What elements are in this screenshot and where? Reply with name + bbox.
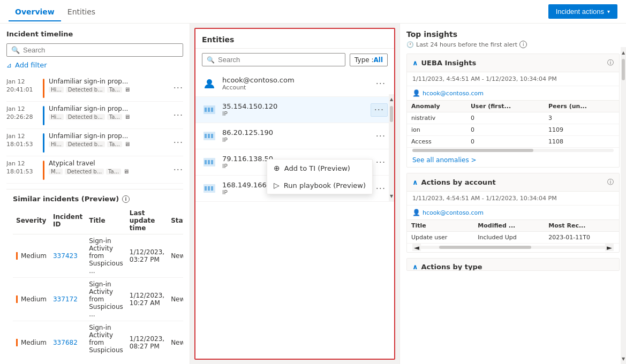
svg-rect-15: [208, 186, 210, 191]
table-row: Medium 337682 Sign-in Activity from Susp…: [13, 321, 183, 358]
title-cell: Sign-in Activity from Suspicious ...: [86, 278, 126, 321]
chevron-icon[interactable]: ∧: [412, 263, 418, 271]
info-icon[interactable]: i: [122, 195, 130, 203]
severity-bar: [43, 106, 44, 125]
timeline-tag: Detected b...: [66, 87, 105, 93]
tab-overview[interactable]: Overview: [9, 2, 61, 21]
timeline-tag: Ta...: [107, 114, 122, 120]
playbook-icon: ▷: [274, 181, 280, 189]
scroll-down-button[interactable]: ▼: [621, 354, 626, 363]
timeline-item[interactable]: Jan 12 18:01:53 Atypical travel M... Det…: [6, 156, 183, 184]
entity-item-account[interactable]: hcook@contoso.com Account ···: [195, 71, 394, 97]
more-options-icon[interactable]: ···: [174, 83, 183, 93]
more-options-icon[interactable]: ···: [374, 181, 388, 196]
actions-user: 👤 hcook@contoso.com: [407, 206, 619, 220]
more-options-icon[interactable]: ···: [374, 129, 388, 143]
tab-entities[interactable]: Entities: [61, 2, 102, 21]
more-options-icon[interactable]: ···: [374, 155, 388, 170]
actions-info-icon[interactable]: ⓘ: [607, 178, 614, 187]
entity-item-ip[interactable]: 86.20.125.190 IP ···: [195, 123, 394, 149]
entity-type: IP: [222, 110, 365, 117]
svg-rect-11: [208, 160, 210, 164]
scroll-thumb[interactable]: [390, 106, 393, 122]
timeline-item[interactable]: Jan 12 20:26:28 Unfamiliar sign-in prop.…: [6, 102, 183, 129]
table-row: Medium 337172 Sign-in Activity from Susp…: [13, 278, 183, 321]
svg-rect-2: [205, 108, 207, 112]
info-icon[interactable]: i: [519, 41, 527, 48]
entity-item-ip[interactable]: 35.154.150.120 IP ···: [195, 97, 394, 123]
device-icon: 🖥: [123, 168, 129, 175]
incident-id-link[interactable]: 337423: [53, 252, 78, 260]
entities-search-input[interactable]: [218, 56, 341, 64]
timeline-search-box[interactable]: 🔍: [6, 43, 183, 57]
more-options-icon[interactable]: ···: [174, 138, 183, 148]
timeline-item-title: Unfamiliar sign-in prop...: [49, 78, 134, 85]
device-icon: 🖥: [124, 113, 130, 120]
status-cell: New: [168, 278, 183, 321]
entity-type: Account: [222, 84, 368, 91]
chevron-up-icon[interactable]: ∧: [412, 178, 418, 186]
see-all-anomalies-link[interactable]: See all anomalies >: [407, 153, 619, 167]
time-cell: 1/12/2023, 10:27 AM: [126, 278, 168, 321]
timeline-item-title: Atypical travel: [49, 160, 134, 167]
incident-id-link[interactable]: 337172: [53, 295, 78, 303]
more-options-button[interactable]: ···: [371, 103, 388, 117]
more-options-icon[interactable]: ···: [374, 77, 388, 91]
actions-title: Actions by account: [421, 178, 496, 186]
svg-rect-14: [205, 186, 207, 191]
ip-icon: [202, 181, 217, 196]
entities-search-box[interactable]: 🔍: [202, 53, 345, 66]
timeline-tag: Detected b...: [66, 114, 105, 120]
actions-by-type-card: ∧ Actions by type: [406, 258, 620, 271]
peers-col-header: Peers (un...: [544, 101, 619, 112]
scroll-up-button[interactable]: ▲: [621, 48, 626, 57]
col-incident-id: Incident ID: [50, 207, 86, 234]
add-to-ti-menu-item[interactable]: ⊕ Add to TI (Preview): [267, 160, 372, 177]
similar-incidents-table: Severity Incident ID Title Last update t…: [13, 207, 183, 358]
clock-icon: 🕐: [406, 41, 414, 48]
run-playbook-menu-item[interactable]: ▷ Run playbook (Preview): [267, 177, 372, 194]
chevron-down-icon: ▾: [607, 9, 610, 14]
timeline-item-title: Unfamiliar sign-in prop...: [49, 105, 134, 112]
type-filter-dropdown[interactable]: Type : All: [350, 54, 388, 66]
ip-icon: [202, 155, 217, 170]
incident-id-link[interactable]: 337682: [53, 339, 78, 346]
ip-icon: [202, 102, 217, 117]
type-filter-value: All: [373, 56, 383, 64]
right-panel-scrollbar: ▲ ▼: [621, 47, 626, 364]
scroll-down-button[interactable]: ▼: [390, 192, 393, 201]
incident-actions-button[interactable]: Incident actions ▾: [548, 4, 617, 19]
timeline-search-input[interactable]: [23, 46, 178, 54]
add-filter-button[interactable]: ⊿ Add filter: [6, 61, 183, 69]
severity-bar: [43, 79, 44, 98]
scroll-up-button[interactable]: ▲: [390, 95, 393, 104]
table-row: nistrativ 0 3: [407, 112, 619, 124]
top-insights-panel: Top insights 🕐 Last 24 hours before the …: [399, 24, 626, 364]
more-options-icon[interactable]: ···: [174, 110, 183, 120]
ueba-title: UEBA Insights: [421, 59, 477, 67]
time-cell: 1/12/2023, 03:27 PM: [126, 234, 168, 278]
more-options-icon[interactable]: ···: [174, 165, 183, 175]
entity-name: 86.20.125.190: [222, 128, 368, 136]
svg-rect-8: [211, 134, 213, 138]
col-severity: Severity: [13, 207, 50, 234]
svg-rect-6: [205, 134, 207, 138]
scroll-thumb[interactable]: [622, 59, 625, 80]
type-filter-label-text: Type :: [355, 56, 373, 64]
device-icon: 🖥: [124, 86, 130, 93]
severity-cell: Medium: [16, 252, 47, 260]
ueba-info-icon[interactable]: ⓘ: [607, 58, 614, 67]
person-icon: 👤: [412, 209, 420, 216]
similar-incidents-title: Similar incidents (Preview) i: [13, 195, 177, 203]
entities-panel: Entities 🔍 Type : All: [194, 28, 395, 360]
col-update-time: Last update time: [126, 207, 168, 234]
ueba-table: Anomaly User (first... Peers (un... nist…: [407, 101, 619, 148]
actions-table: Title Modified ... Most Rec... Update us…: [407, 220, 619, 244]
timeline-item[interactable]: Jan 12 18:01:53 Unfamiliar sign-in prop.…: [6, 129, 183, 156]
entity-name: 35.154.150.120: [222, 102, 365, 110]
svg-rect-10: [205, 160, 207, 164]
chevron-up-icon[interactable]: ∧: [412, 59, 418, 67]
insights-subtitle: 🕐 Last 24 hours before the first alert i: [406, 41, 620, 48]
timeline-item[interactable]: Jan 12 20:41:01 Unfamiliar sign-in prop.…: [6, 74, 183, 102]
severity-bar: [43, 161, 44, 180]
